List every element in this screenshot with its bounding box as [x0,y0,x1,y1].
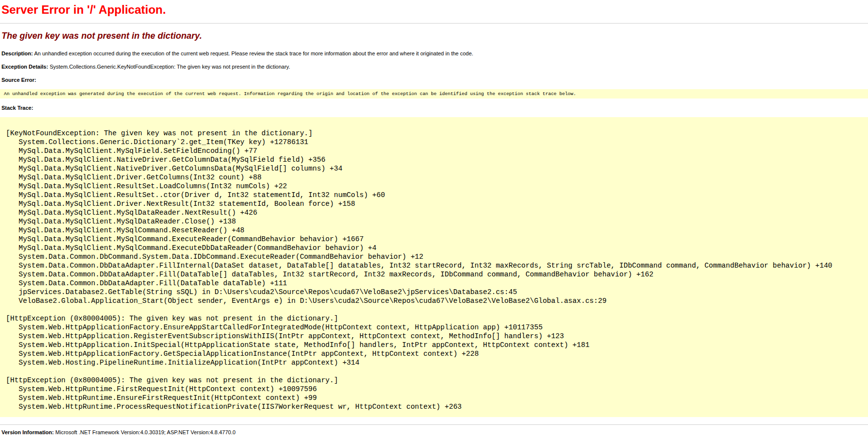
exception-details-label: Exception Details: [1,64,48,70]
source-error-text: An unhandled exception was generated dur… [4,91,868,97]
source-error-label: Source Error: [1,77,36,83]
version-information-row: Version Information: Microsoft .NET Fram… [1,429,868,436]
stack-trace-text: [KeyNotFoundException: The given key was… [0,117,868,417]
server-error-page: { "page": { "title": "Server Error in '/… [0,0,868,445]
version-information-text: Microsoft .NET Framework Version:4.0.303… [55,429,235,435]
description-row: Description: An unhandled exception occu… [1,50,868,57]
stack-trace-box: [KeyNotFoundException: The given key was… [0,117,868,417]
source-error-label-row: Source Error: [1,77,868,83]
page-title: Server Error in '/' Application. [1,2,868,17]
description-label: Description: [1,50,33,56]
error-message: The given key was not present in the dic… [1,30,868,42]
stack-trace-label-row: Stack Trace: [1,105,868,111]
exception-details-row: Exception Details: System.Collections.Ge… [1,64,868,70]
stack-trace-label: Stack Trace: [1,105,33,111]
version-information-label: Version Information: [1,429,54,435]
exception-details-text: System.Collections.Generic.KeyNotFoundEx… [49,64,290,70]
footer-divider [0,424,868,425]
title-divider [0,23,868,24]
source-error-box: An unhandled exception was generated dur… [0,89,868,99]
description-text: An unhandled exception occurred during t… [34,50,473,56]
